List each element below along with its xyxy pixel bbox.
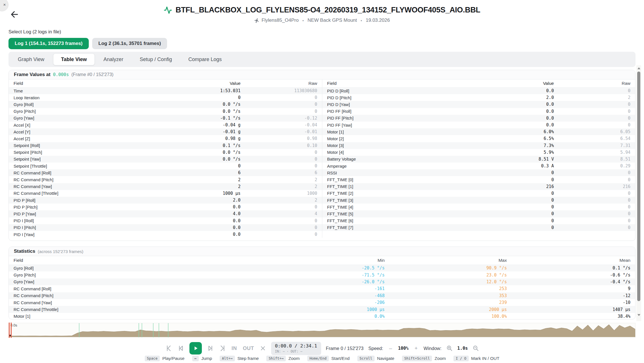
timeline-event-marker [153,323,154,337]
table-row: RC Command [Yaw] 2 2 [9,183,322,190]
step-back-icon [177,345,185,352]
shortcut-key: Shift+↔ [266,356,286,361]
column-header-raw: Raw [554,79,635,87]
table-row: FFT_TIME [3] 0 0 [322,197,635,204]
table-row: FFT_TIME [6] 0 0 [322,217,635,224]
throttle-waveform [9,324,635,337]
table-row: PID D [Roll] 0.0 0 [322,87,635,94]
table-row: Accel [Z] 0.98 g 0.98 [9,135,322,142]
page-header: BTFL_BLACKBOX_LOG_FLYLENS85-O4_20260319_… [0,6,644,23]
column-header-field: Field [9,79,165,87]
tab-setup-config[interactable]: Setup / Config [132,53,180,65]
log-2-button[interactable]: Log 2 (36.1s, 35701 frames) [92,38,167,49]
window-zoom-in-button[interactable] [446,345,453,351]
log-note: NEW Back GPS Mount [308,18,357,23]
table-row: FFT_TIME [2] 0 0 [322,190,635,197]
table-row: PID P [Yaw] 4.0 4 [9,210,322,217]
shortcut-label: Mark IN / OUT [471,356,500,361]
table-row: FFT_TIME [7] 0 0 [322,224,635,231]
shortcut-label: Zoom [288,356,300,361]
log-meta: Flylens85_O4Pro • NEW Back GPS Mount • 1… [0,18,644,23]
log-select-label: Select Log (2 logs in file) [8,29,167,35]
timeline-event-marker [168,323,168,337]
tab-compare-logs[interactable]: Compare Logs [181,53,229,65]
shortcut-label: Step frame [237,356,259,361]
separator-dot: • [302,18,304,23]
shortcut-hint: I / O Mark IN / OUT [453,356,500,361]
column-header-value: Value [479,79,554,87]
scrollbar-down-arrow[interactable] [636,313,641,317]
frame-values-panel: Frame Values at 0.000s (Frame #0 / 152'2… [8,70,636,241]
skip-end-icon [219,345,226,352]
column-header-value: Value [165,79,241,87]
table-row: Accel [X] -0.04 g -0.04 [9,122,322,128]
table-row: FFT_TIME [0] 0 0 [322,176,635,183]
frame-values-header: Frame Values at 0.000s (Frame #0 / 152'2… [9,70,635,79]
column-header-max: Max [385,256,507,265]
table-row: RC Command [Roll] -161 253 9 [9,285,635,292]
table-row: RSSI 0 0 [322,169,635,176]
table-row: PID I [Roll] 0.0 0 [9,217,322,224]
table-row: Battery Voltage 8.51 V 8.51 [322,156,635,163]
tab-table-view[interactable]: Table View [53,53,95,65]
clear-in-out-button[interactable] [260,345,266,352]
shortcut-key: ↔ [192,356,199,361]
log-1-button[interactable]: Log 1 (154.1s, 152273 frames) [8,38,89,49]
separator-dot: • [361,18,362,23]
shortcut-hint: Alt+↔ Step frame [220,356,259,361]
time-display: 0:00.0 / 2:34.1 IN: – · OUT: – [271,342,321,355]
play-pause-button[interactable] [189,342,202,355]
mark-out-button[interactable]: OUT [242,345,255,351]
column-header-mean: Mean [507,256,635,265]
timeline-event-marker [142,323,142,337]
keyboard-shortcuts-bar: Space Play/Pause ↔ Jump Alt+↔ Step frame… [0,356,644,361]
column-header-field: Field [9,256,178,265]
table-row: Gyro [Pitch] 0.0 °/s 0 [9,108,322,115]
timeline-scrubber[interactable]: 0.0s [8,323,636,338]
table-row: PID I [Pitch] 0.0 0 [9,224,322,231]
timeline-event-marker [79,323,79,337]
table-row: Motor [1] 6.0% 6.05 [322,128,635,135]
table-row: Setpoint [Roll] 0.1 °/s 0.10 [9,142,322,149]
log-button-label: Log 2 (36.1s, 35701 frames) [98,41,161,46]
frame-counter: Frame 0 / 152'273 [326,346,364,351]
statistics-panel: Statistics (across 152'273 frames) Field… [8,247,636,319]
speed-increase-button[interactable]: + [413,345,419,351]
skip-to-end-button[interactable] [219,345,226,352]
scrollbar-up-arrow[interactable] [636,66,641,70]
frame-values-table-right: Field Value Raw PID D [Roll] 0.0 0 PID D… [322,79,635,231]
tab-analyzer[interactable]: Analyzer [96,53,131,65]
timeline-event-marker [139,323,139,337]
scrollbar-thumb[interactable] [637,72,640,301]
table-row: PID I [Yaw] 0.0 0 [9,231,322,238]
play-icon [193,345,199,351]
tab-graph-view[interactable]: Graph View [10,53,52,65]
table-row: RC Command [Roll] 6 6 [9,169,322,176]
close-icon [260,345,266,352]
window-label: Window: [423,346,441,351]
step-back-button[interactable] [177,345,185,352]
table-row: Motor [3] 7.3% 7.31 [322,142,635,149]
shortcut-hint: Scroll Navigate [357,356,394,361]
tab-label: Compare Logs [188,57,222,62]
window-zoom-out-button[interactable] [473,345,479,351]
log-select-section: Select Log (2 logs in file) Log 1 (154.1… [8,29,167,49]
speed-decrease-button[interactable]: – [388,345,393,351]
timeline-event-marker [159,323,159,337]
playback-controls: IN OUT 0:00.0 / 2:34.1 IN: – · OUT: – Fr… [0,342,644,355]
skip-to-start-button[interactable] [165,345,172,352]
shortcut-hint: ↔ Jump [192,356,212,361]
corner-glyph: ✕ [3,3,6,7]
playhead[interactable] [9,323,12,338]
statistics-table: Field Min Max Mean Gyro [Roll] -20.5 °/s… [9,256,635,319]
table-row: Gyro [Pitch] -71.5 °/s 23.0 °/s -0.6 °/s [9,271,635,278]
shortcut-key: Home/End [307,356,329,361]
step-forward-button[interactable] [207,345,214,352]
shortcut-hint: Shift+↔ Zoom [266,356,299,361]
shortcut-key: Alt+↔ [220,356,235,361]
shortcut-label: Jump [201,356,212,361]
vertical-scrollbar[interactable] [636,65,641,321]
mark-in-button[interactable]: IN [231,345,237,351]
table-row: Setpoint [Pitch] 0.0 °/s 0 [9,149,322,156]
tab-label: Analyzer [103,57,123,62]
